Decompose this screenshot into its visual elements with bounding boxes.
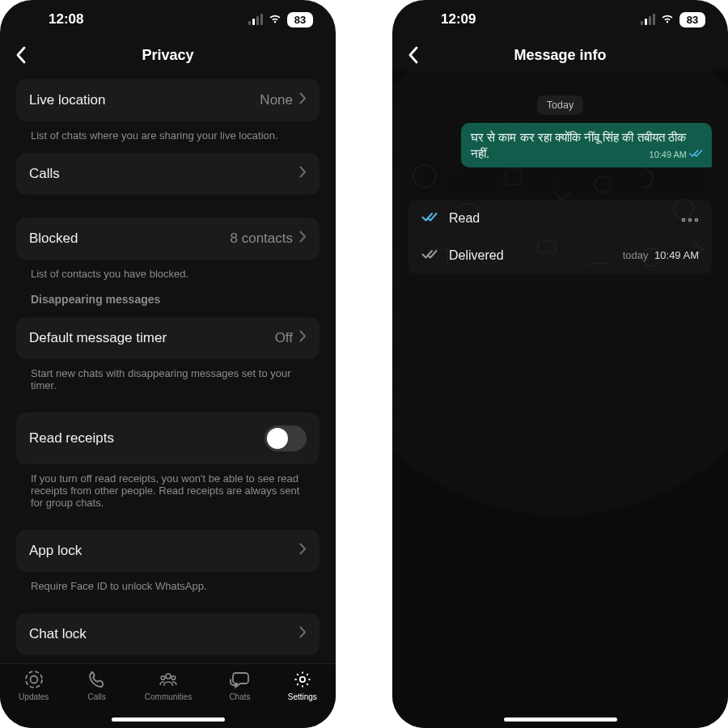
double-check-delivered-icon [421, 248, 438, 263]
blocked-row[interactable]: Blocked 8 contacts [16, 218, 320, 260]
battery-indicator: 83 [679, 12, 705, 28]
chevron-right-icon [299, 92, 307, 108]
phone-message-info: 12:09 83 Message info [392, 0, 728, 728]
read-receipts-label: Read receipts [29, 430, 265, 447]
svg-point-0 [26, 671, 42, 688]
tab-chats-label: Chats [229, 692, 250, 701]
svg-point-2 [166, 674, 171, 679]
app-lock-row[interactable]: App lock [16, 530, 320, 572]
read-receipts-toggle[interactable] [265, 425, 307, 451]
tab-communities-label: Communities [145, 692, 192, 701]
blocked-footnote: List of contacts you have blocked. [16, 260, 320, 283]
page-title: Message info [514, 47, 606, 64]
svg-point-14 [688, 218, 691, 221]
svg-point-1 [30, 676, 37, 684]
status-time: 12:08 [49, 11, 83, 28]
svg-point-5 [300, 677, 305, 682]
screen-header: Privacy [0, 39, 336, 71]
wifi-icon [268, 11, 282, 28]
read-label: Read [449, 211, 670, 226]
cellular-signal-icon [641, 14, 655, 25]
live-location-row[interactable]: Live location None [16, 79, 320, 121]
live-location-label: Live location [29, 92, 260, 108]
updates-icon [23, 669, 44, 690]
blocked-value: 8 contacts [231, 231, 294, 247]
app-lock-footnote: Require Face ID to unlock WhatsApp. [16, 572, 320, 595]
read-row[interactable]: Read [408, 200, 712, 237]
message-time: 10:49 AM [650, 149, 687, 161]
svg-point-13 [682, 218, 684, 221]
delivered-label: Delivered [449, 248, 612, 263]
cellular-signal-icon [248, 14, 263, 25]
calls-row[interactable]: Calls [16, 153, 320, 195]
chevron-right-icon [299, 231, 307, 247]
status-time: 12:09 [441, 11, 476, 28]
battery-indicator: 83 [287, 12, 313, 28]
chevron-right-icon [299, 330, 307, 346]
delivered-row[interactable]: Delivered today 10:49 AM [408, 237, 712, 274]
chat-lock-label: Chat lock [29, 626, 299, 642]
read-receipts-row: Read receipts [16, 413, 320, 464]
disappearing-messages-header: Disappearing messages [16, 283, 320, 309]
gear-icon [292, 669, 313, 690]
blocked-label: Blocked [29, 231, 231, 247]
status-bar: 12:09 83 [392, 0, 728, 39]
wifi-icon [660, 11, 675, 28]
status-bar: 12:08 83 [0, 0, 336, 39]
live-location-value: None [260, 92, 293, 108]
default-timer-footnote: Start new chats with disappearing messag… [16, 359, 320, 395]
chevron-right-icon [299, 626, 307, 642]
chevron-right-icon [299, 166, 307, 182]
double-check-read-icon [421, 211, 438, 226]
svg-point-4 [171, 676, 176, 680]
phone-privacy: 12:08 83 Privacy Live location None List… [0, 0, 336, 728]
tab-settings[interactable]: Settings [288, 669, 317, 728]
calls-label: Calls [29, 166, 299, 182]
back-button[interactable] [399, 40, 428, 70]
receipt-info-card: Read Delivered today 10:49 AM [408, 200, 712, 274]
tab-updates-label: Updates [19, 692, 49, 701]
home-indicator[interactable] [112, 717, 225, 722]
double-check-read-icon [689, 149, 702, 161]
chat-lock-row[interactable]: Chat lock [16, 613, 320, 655]
delivered-day: today [623, 249, 649, 261]
tab-updates[interactable]: Updates [19, 669, 49, 728]
tab-settings-label: Settings [288, 692, 317, 701]
message-bubble[interactable]: घर से काम कर रहा क्योंकि नींबू सिंह की त… [461, 123, 712, 167]
chats-icon [229, 669, 250, 690]
tab-calls[interactable]: Calls [87, 669, 108, 728]
screen-header: Message info [392, 39, 728, 71]
tab-chats[interactable]: Chats [229, 669, 250, 728]
page-title: Privacy [142, 47, 193, 64]
svg-point-15 [695, 218, 697, 221]
phone-icon [87, 669, 108, 690]
chevron-right-icon [299, 543, 307, 559]
date-pill: Today [537, 95, 583, 115]
default-timer-row[interactable]: Default message timer Off [16, 317, 320, 359]
live-location-footnote: List of chats where you are sharing your… [16, 121, 320, 145]
tab-calls-label: Calls [87, 692, 105, 701]
home-indicator[interactable] [504, 717, 617, 722]
app-lock-label: App lock [29, 543, 299, 559]
default-timer-value: Off [275, 330, 293, 346]
read-receipts-footnote: If you turn off read receipts, you won't… [16, 464, 320, 512]
delivered-time: 10:49 AM [654, 249, 699, 261]
more-options-icon[interactable] [681, 211, 699, 226]
default-timer-label: Default message timer [29, 330, 275, 346]
svg-point-3 [161, 676, 165, 680]
back-button[interactable] [6, 40, 36, 70]
communities-icon [158, 669, 179, 690]
